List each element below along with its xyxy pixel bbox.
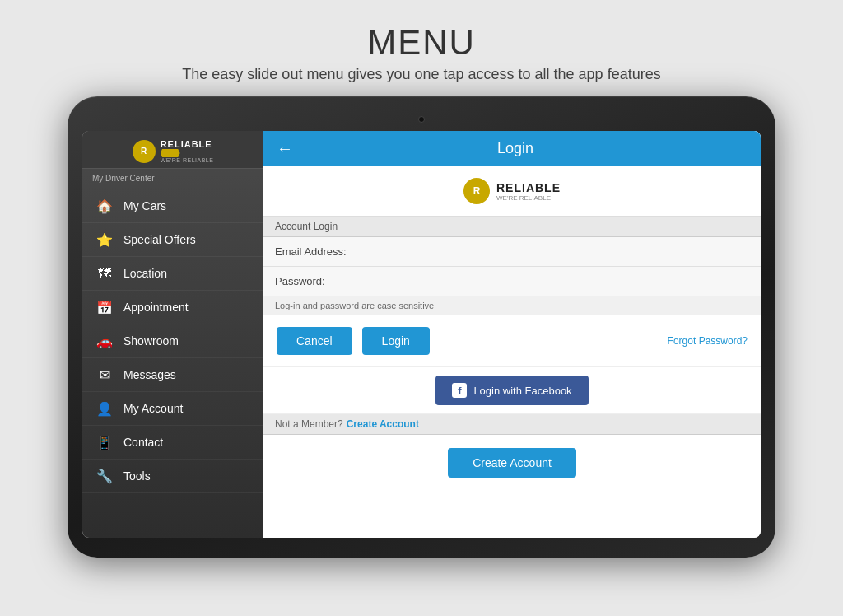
home-icon: 🏠 — [95, 197, 114, 215]
forgot-password-link[interactable]: Forgot Password? — [668, 335, 748, 347]
chevron-badge — [161, 149, 180, 157]
main-logo-area: R RELIABLE WE'RE RELIABLE — [263, 166, 761, 217]
tablet-screen: R RELIABLE WE'RE RELIABLE My Driver Cent… — [82, 131, 761, 538]
cancel-button[interactable]: Cancel — [277, 327, 352, 355]
sidebar-item-my-cars[interactable]: 🏠 My Cars — [82, 189, 263, 223]
map-icon: 🗺 — [95, 264, 114, 282]
main-logo-text: RELIABLE WE'RE RELIABLE — [496, 181, 561, 202]
not-member-bar: Not a Member? Create Account — [263, 414, 761, 435]
action-buttons-row: Cancel Login Forgot Password? — [263, 315, 761, 367]
phone-icon: 📱 — [95, 433, 114, 451]
facebook-button-label: Login with Facebook — [473, 385, 571, 397]
login-header: ← Login — [263, 131, 761, 166]
sidebar-menu: 🏠 My Cars ⭐ Special Offers 🗺 Location 📅 … — [82, 189, 263, 538]
login-header-title: Login — [306, 140, 724, 157]
main-logo-sub-text: WE'RE RELIABLE — [496, 194, 561, 202]
back-arrow-button[interactable]: ← — [277, 139, 293, 158]
calendar-icon: 📅 — [95, 298, 114, 316]
main-content: ← Login R RELIABLE WE'RE RELIABLE Accoun… — [263, 131, 761, 538]
sidebar-item-special-offers[interactable]: ⭐ Special Offers — [82, 223, 263, 257]
tablet-frame: R RELIABLE WE'RE RELIABLE My Driver Cent… — [68, 96, 775, 558]
sidebar-item-contact[interactable]: 📱 Contact — [82, 426, 263, 460]
create-account-section: Create Account — [263, 435, 761, 491]
email-form-row: Email Address: — [263, 237, 761, 267]
sidebar: R RELIABLE WE'RE RELIABLE My Driver Cent… — [82, 131, 263, 538]
logo-text-block: RELIABLE WE'RE RELIABLE — [161, 139, 214, 163]
email-label: Email Address: — [263, 237, 362, 266]
sidebar-logo-area: R RELIABLE WE'RE RELIABLE — [82, 131, 263, 169]
email-input[interactable] — [362, 237, 761, 266]
tablet-top-bar — [82, 111, 761, 128]
create-account-inline-link[interactable]: Create Account — [347, 418, 419, 430]
tools-icon: 🔧 — [95, 467, 114, 485]
logo-icon: R — [133, 140, 156, 163]
facebook-row: f Login with Facebook — [263, 367, 761, 414]
create-account-button[interactable]: Create Account — [448, 448, 576, 478]
sidebar-item-messages[interactable]: ✉ Messages — [82, 358, 263, 392]
facebook-login-button[interactable]: f Login with Facebook — [435, 376, 588, 405]
page-title: MENU — [16, 23, 827, 63]
sidebar-driver-center: My Driver Center — [82, 169, 263, 189]
sidebar-item-my-account[interactable]: 👤 My Account — [82, 392, 263, 426]
sidebar-item-appointment[interactable]: 📅 Appointment — [82, 291, 263, 324]
page-subtitle: The easy slide out menu gives you one ta… — [16, 66, 827, 83]
password-input[interactable] — [362, 267, 761, 296]
star-icon: ⭐ — [95, 231, 114, 249]
sidebar-item-label-tools: Tools — [123, 469, 151, 483]
sidebar-item-label-showroom: Showroom — [123, 334, 179, 348]
sidebar-item-label-special-offers: Special Offers — [123, 233, 196, 246]
account-login-label: Account Login — [263, 217, 761, 237]
person-icon: 👤 — [95, 399, 114, 418]
main-logo-icon: R — [463, 178, 490, 204]
password-form-row: Password: — [263, 267, 761, 296]
sidebar-logo-tagline: WE'RE RELIABLE — [161, 157, 214, 163]
not-member-text: Not a Member? — [275, 418, 343, 430]
sidebar-item-label-messages: Messages — [123, 368, 176, 381]
main-logo-container: R RELIABLE WE'RE RELIABLE — [463, 178, 561, 204]
sidebar-item-showroom[interactable]: 🚗 Showroom — [82, 324, 263, 358]
sidebar-item-tools[interactable]: 🔧 Tools — [82, 460, 263, 493]
tablet-camera — [418, 116, 425, 123]
sidebar-item-location[interactable]: 🗺 Location — [82, 257, 263, 291]
facebook-icon: f — [452, 383, 467, 398]
sidebar-item-label-location: Location — [123, 267, 167, 280]
main-logo-reliable-text: RELIABLE — [496, 181, 561, 194]
car-icon: 🚗 — [95, 332, 114, 350]
password-label: Password: — [263, 267, 362, 296]
login-button[interactable]: Login — [362, 327, 430, 355]
envelope-icon: ✉ — [95, 366, 114, 384]
sidebar-item-label-my-account: My Account — [123, 402, 183, 415]
sidebar-item-label-appointment: Appointment — [123, 301, 189, 314]
case-sensitive-note: Log-in and password are case sensitive — [263, 296, 761, 315]
page-header: MENU The easy slide out menu gives you o… — [0, 0, 843, 96]
sidebar-item-label-contact: Contact — [123, 436, 163, 449]
sidebar-logo-text: RELIABLE — [161, 139, 214, 149]
sidebar-item-label-my-cars: My Cars — [123, 199, 166, 212]
sidebar-logo: R RELIABLE WE'RE RELIABLE — [133, 139, 214, 163]
